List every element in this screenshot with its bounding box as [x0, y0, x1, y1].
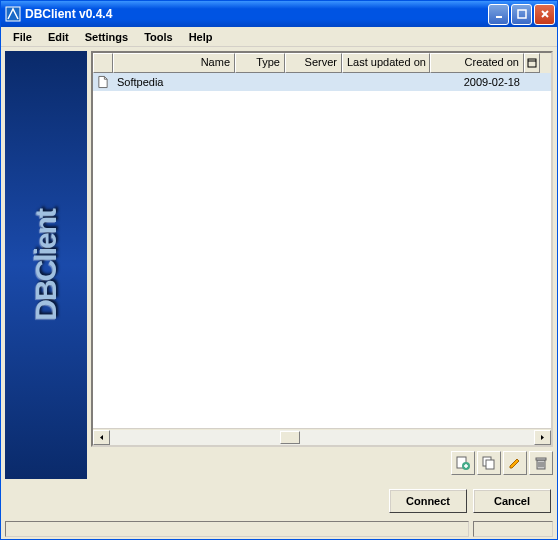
main-window: DBClient v0.4.4 File Edit Settings Tools…	[0, 0, 558, 540]
edit-button[interactable]	[503, 451, 527, 475]
main-panel: Name Type Server Last updated on Created…	[91, 51, 553, 479]
menu-tools[interactable]: Tools	[136, 29, 181, 45]
column-updated[interactable]: Last updated on	[342, 53, 430, 73]
horizontal-scrollbar[interactable]	[93, 428, 551, 445]
table-row[interactable]: Softpedia 2009-02-18	[93, 73, 551, 91]
column-name[interactable]: Name	[113, 53, 235, 73]
content-area: DBClient Name Type Server Last updated o…	[1, 47, 557, 483]
delete-button[interactable]	[529, 451, 553, 475]
dialog-buttons: Connect Cancel	[1, 483, 557, 519]
add-database-button[interactable]	[451, 451, 475, 475]
column-created[interactable]: Created on	[430, 53, 524, 73]
minimize-button[interactable]	[488, 4, 509, 25]
svg-rect-15	[536, 458, 546, 460]
scroll-thumb[interactable]	[280, 431, 300, 444]
table-body[interactable]: Softpedia 2009-02-18	[93, 73, 551, 428]
svg-rect-5	[528, 59, 536, 67]
cancel-button[interactable]: Cancel	[473, 489, 551, 513]
titlebar[interactable]: DBClient v0.4.4	[1, 1, 557, 27]
status-main	[5, 521, 469, 537]
sidebar-logo-text: DBClient	[29, 210, 63, 321]
cell-updated	[342, 81, 430, 83]
column-type[interactable]: Type	[235, 53, 285, 73]
window-controls	[488, 4, 555, 25]
scroll-track[interactable]	[110, 430, 534, 445]
toolbar	[91, 447, 553, 479]
menu-edit[interactable]: Edit	[40, 29, 77, 45]
column-icon[interactable]	[93, 53, 113, 73]
sidebar: DBClient	[5, 51, 87, 479]
database-table: Name Type Server Last updated on Created…	[91, 51, 553, 447]
scroll-left-button[interactable]	[93, 430, 110, 445]
window-title: DBClient v0.4.4	[25, 7, 488, 21]
svg-rect-2	[518, 10, 526, 18]
column-picker[interactable]	[524, 53, 540, 73]
connect-button[interactable]: Connect	[389, 489, 467, 513]
menu-file[interactable]: File	[5, 29, 40, 45]
status-right	[473, 521, 553, 537]
menubar: File Edit Settings Tools Help	[1, 27, 557, 47]
maximize-button[interactable]	[511, 4, 532, 25]
cell-type	[235, 81, 285, 83]
cell-name: Softpedia	[113, 75, 235, 89]
menu-help[interactable]: Help	[181, 29, 221, 45]
svg-rect-12	[486, 460, 494, 469]
cell-server	[285, 81, 342, 83]
app-icon	[5, 6, 21, 22]
table-header: Name Type Server Last updated on Created…	[93, 53, 551, 73]
scroll-right-button[interactable]	[534, 430, 551, 445]
file-icon	[93, 74, 113, 90]
column-server[interactable]: Server	[285, 53, 342, 73]
statusbar	[1, 519, 557, 539]
copy-button[interactable]	[477, 451, 501, 475]
cell-created: 2009-02-18	[430, 75, 524, 89]
close-button[interactable]	[534, 4, 555, 25]
menu-settings[interactable]: Settings	[77, 29, 136, 45]
